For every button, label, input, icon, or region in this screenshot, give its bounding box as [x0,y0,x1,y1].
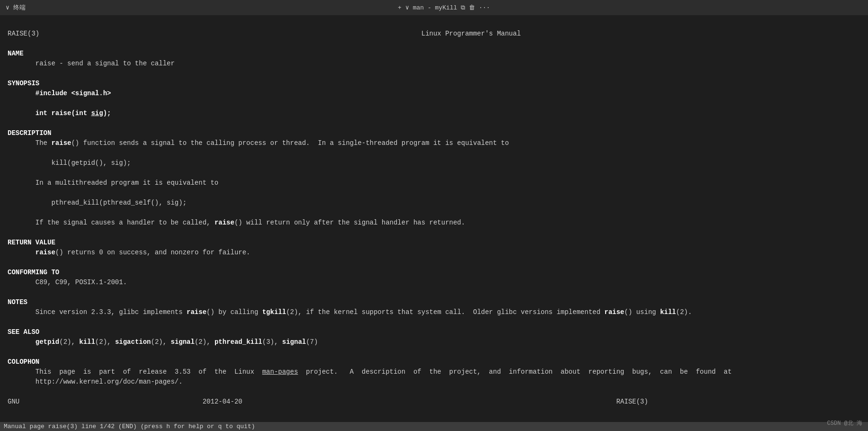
description-label: DESCRIPTION [8,129,51,137]
trash-icon[interactable]: 🗑 [469,4,475,11]
plus-icon[interactable]: + [398,4,402,11]
app-label: 终端 [13,3,26,12]
footer-left: GNU [8,398,19,405]
description-line5: In a multithreaded program it is equival… [8,179,218,187]
chevron-icon[interactable]: ∨ [405,4,409,11]
colophon-label: COLOPHON [8,358,39,366]
synopsis-line1: #include <signal.h> [8,90,111,97]
description-line3: kill(getpid(), sig); [8,159,131,167]
header-left: RAISE(3) [8,30,39,37]
footer-right: RAISE(3) [616,398,648,405]
terminal-content: RAISE(3) Linux Programmer's Manual [0,15,868,422]
see-also-label: SEE ALSO [8,328,39,336]
name-content: raise - send a signal to the caller [8,60,175,67]
titlebar: ∨ 终端 + ∨ man - myKill ⧉ 🗑 ··· [0,0,868,15]
description-line1: The raise() function sends a signal to t… [8,139,509,147]
description-line9: If the signal causes a handler to be cal… [8,219,465,226]
description-line7: pthread_kill(pthread_self(), sig); [8,199,187,207]
notes-label: NOTES [8,298,27,306]
conforming-label: CONFORMING TO [8,269,59,276]
synopsis-line3: int raise(int sig); [8,109,111,117]
more-icon[interactable]: ··· [479,4,490,11]
terminal-icon: ∨ [6,4,9,11]
man-page: RAISE(3) Linux Programmer's Manual [8,19,860,417]
titlebar-left: ∨ 终端 [6,3,26,12]
colophon-line2: http://www.kernel.org/doc/man-pages/. [8,378,183,386]
header-center: Linux Programmer's Manual [421,30,521,37]
window-title: man - myKill [413,4,457,11]
status-bar: Manual page raise(3) line 1/42 (END) (pr… [0,422,868,431]
titlebar-center: + ∨ man - myKill ⧉ 🗑 ··· [398,4,490,11]
return-value-content: raise() returns 0 on success, and nonzer… [8,249,251,256]
colophon-line1: This page is part of release 3.53 of the… [8,368,732,376]
return-value-label: RETURN VALUE [8,239,55,246]
notes-content: Since version 2.3.3, glibc implements ra… [8,308,692,316]
status-text: Manual page raise(3) line 1/42 (END) (pr… [4,423,255,430]
split-icon[interactable]: ⧉ [461,4,465,11]
synopsis-label: SYNOPSIS [8,80,39,87]
watermark: CSDN @北 海 [827,419,862,427]
see-also-content: getpid(2), kill(2), sigaction(2), signal… [8,338,318,346]
footer-center: 2012-04-20 [203,398,242,405]
conforming-content: C89, C99, POSIX.1-2001. [8,278,127,286]
name-label: NAME [8,50,24,57]
